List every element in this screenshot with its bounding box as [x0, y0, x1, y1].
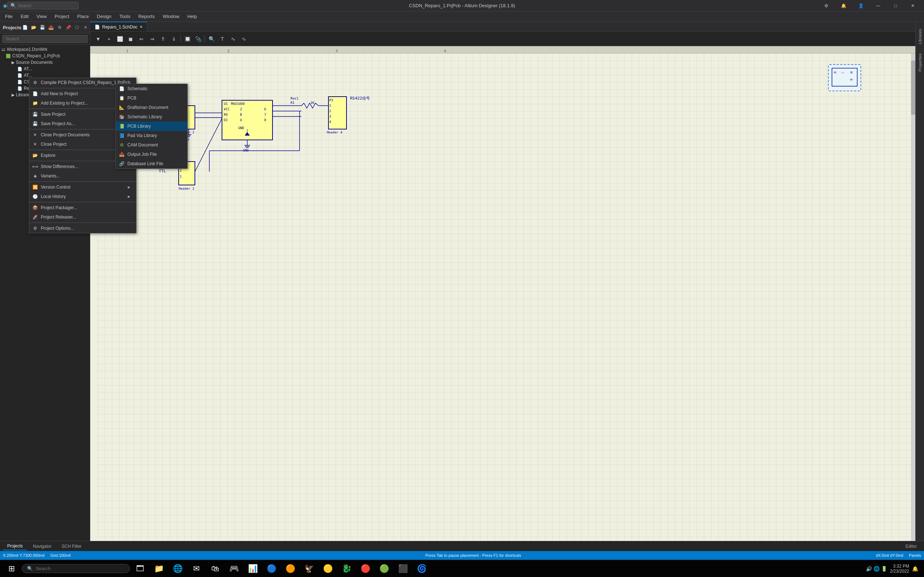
align-right-tool[interactable]: ⇒	[147, 34, 157, 44]
taskbar-office[interactable]: 📊	[244, 560, 261, 577]
taskbar-app7[interactable]: 🟢	[375, 560, 393, 577]
libraries-tab[interactable]: Libraries	[916, 24, 924, 48]
panel-pin-btn[interactable]: 📌	[65, 24, 72, 31]
schematic-grid[interactable]: 外部3.3V输入 P1 2 1 Header 2 GND U1	[97, 53, 915, 550]
scrollbar-thumb-v[interactable]	[911, 61, 915, 115]
project-search-input[interactable]	[2, 35, 88, 43]
ctx-sub-schematic[interactable]: 📄 Schematic	[116, 84, 187, 93]
panel-open-btn[interactable]: 📂	[30, 24, 37, 31]
add-tool[interactable]: +	[104, 34, 114, 44]
project-item[interactable]: 🟩 CSDN_Reparo_1.PrjPcb	[0, 53, 90, 59]
floating-svg: 中 ·○· 半 中	[830, 66, 859, 88]
panel-close-btn[interactable]: ✕	[82, 24, 89, 31]
notification-center[interactable]: 🔔	[912, 566, 918, 572]
panel-publish-btn[interactable]: 📤	[47, 24, 55, 31]
ctx-version-control[interactable]: 🔀 Version Control	[29, 182, 136, 192]
panels-btn[interactable]: Panels	[909, 553, 921, 558]
taskbar-app9[interactable]: 🌀	[413, 560, 430, 577]
version-control-icon: 🔀	[32, 184, 38, 190]
align-bottom-tool[interactable]: ⇓	[169, 34, 179, 44]
taskbar-app8[interactable]: ⬛	[394, 560, 412, 577]
menu-tools[interactable]: Tools	[116, 12, 134, 21]
menu-project[interactable]: Project	[51, 12, 73, 21]
taskbar-app5[interactable]: 🐉	[338, 560, 355, 577]
rect-tool[interactable]: ⬜	[115, 34, 125, 44]
scrollbar-vertical[interactable]	[911, 53, 915, 545]
taskbar-mail[interactable]: ✉	[188, 560, 205, 577]
tab-projects[interactable]: Projects	[3, 542, 27, 550]
project-label: CSDN_Reparo_1.PrjPcb	[12, 53, 60, 58]
taskbar-app3[interactable]: 🦅	[300, 560, 318, 577]
taskbar-xbox[interactable]: 🎮	[225, 560, 242, 577]
component-tool[interactable]: 🔲	[182, 34, 192, 44]
ctx-variants[interactable]: ◈ Variants...	[29, 171, 136, 181]
fill-tool[interactable]: ◼	[126, 34, 136, 44]
maximize-button[interactable]: □	[887, 0, 904, 11]
ctx-packager[interactable]: 📦 Project Packager...	[29, 203, 136, 213]
pad-via-icon: 📘	[119, 133, 124, 139]
ctx-sub-db-link[interactable]: 🔗 Database Link File	[116, 159, 187, 168]
tree-at1[interactable]: 📄 AT...	[0, 66, 90, 72]
ctx-project-options[interactable]: ⚙ Project Options...	[29, 224, 136, 233]
text-tool[interactable]: T	[217, 34, 228, 44]
align-left-tool[interactable]: ⇐	[136, 34, 147, 44]
properties-tab[interactable]: Properties	[916, 49, 924, 76]
taskbar-explorer[interactable]: 📁	[150, 560, 168, 577]
sch-tab-reparo[interactable]: 📄 Reparo_1.SchDoc ✕	[90, 22, 147, 31]
taskbar-search-input[interactable]	[36, 566, 122, 571]
editor-tab[interactable]: Editor	[901, 543, 921, 550]
taskbar-app6[interactable]: 🔴	[357, 560, 374, 577]
ctx-sub-cam[interactable]: ⚙ CAM Document	[116, 140, 187, 150]
minimize-button[interactable]: —	[870, 0, 887, 11]
menu-file[interactable]: File	[2, 12, 16, 21]
ctx-releaser[interactable]: 🚀 Project Releaser...	[29, 213, 136, 222]
panel-new-btn[interactable]: 📄	[21, 24, 29, 31]
menu-window[interactable]: Window	[159, 12, 183, 21]
taskbar-app4[interactable]: 🟡	[319, 560, 336, 577]
ctx-sub-sch-lib[interactable]: 📚 Schematic Library	[116, 112, 187, 121]
menu-view[interactable]: View	[33, 12, 50, 21]
ctx-sub-draftsman[interactable]: 📐 Draftsman Document	[116, 103, 187, 112]
close-button[interactable]: ✕	[905, 0, 921, 11]
panel-settings-btn[interactable]: ⚙	[56, 24, 63, 31]
tab-sch-filter[interactable]: SCH Filter	[57, 543, 86, 550]
titlebar-search-input[interactable]	[18, 3, 76, 8]
start-button[interactable]: ⊞	[3, 560, 20, 577]
ctx-sub-output-job[interactable]: 📤 Output Job File	[116, 150, 187, 159]
wave2-tool[interactable]: ∿	[239, 34, 249, 44]
panel-expand-btn[interactable]: ⬡	[73, 24, 81, 31]
u1-b-label: B	[240, 113, 242, 116]
settings-icon[interactable]: ⚙	[818, 0, 835, 11]
user-icon[interactable]: 👤	[853, 0, 869, 11]
u1-z: 6	[264, 108, 266, 111]
tab-navigator[interactable]: Navigator	[29, 543, 56, 550]
ctx-local-history[interactable]: 🕐 Local History	[29, 192, 136, 201]
task-view-btn[interactable]: 🗔	[131, 560, 149, 577]
titlebar-search-box[interactable]: 🔍	[7, 2, 79, 10]
ctx-sep6	[29, 181, 136, 182]
menu-help[interactable]: Help	[184, 12, 201, 21]
ctx-sub-pcb[interactable]: 📋 PCB	[116, 93, 187, 103]
zoom-tool[interactable]: 🔍	[207, 34, 216, 44]
menu-reports[interactable]: Reports	[135, 12, 158, 21]
menu-design[interactable]: Design	[93, 12, 115, 21]
menu-edit[interactable]: Edit	[17, 12, 32, 21]
source-docs-item[interactable]: ▶ Source Documents	[0, 59, 90, 66]
notification-icon[interactable]: 🔔	[835, 0, 852, 11]
ctx-sub-pcb-lib[interactable]: 📗 PCB Library	[116, 121, 187, 131]
taskbar-app2[interactable]: 🟠	[281, 560, 299, 577]
panel-save-btn[interactable]: 💾	[39, 24, 46, 31]
taskbar-edge[interactable]: 🌐	[169, 560, 186, 577]
ctx-sub-pad-via[interactable]: 📘 Pad Via Library	[116, 131, 187, 140]
align-top-tool[interactable]: ⇑	[158, 34, 168, 44]
wave-tool[interactable]: ∿	[228, 34, 238, 44]
menu-place[interactable]: Place	[74, 12, 93, 21]
taskbar-app1[interactable]: 🔵	[263, 560, 280, 577]
workspace-item[interactable]: 🗂 Workspace1.DsnWrk	[0, 46, 90, 53]
filter-tool[interactable]: ▼	[93, 34, 103, 44]
taskbar-store[interactable]: 🛍	[207, 560, 224, 577]
wire-tool[interactable]: 📎	[193, 34, 203, 44]
taskbar-search-box[interactable]: 🔍	[22, 564, 130, 573]
sch-tab-close-icon[interactable]: ✕	[140, 25, 142, 29]
sch-canvas[interactable]: 1 2 3 4 外部3.3V输入 P1 2 1 Header 2	[90, 46, 915, 550]
